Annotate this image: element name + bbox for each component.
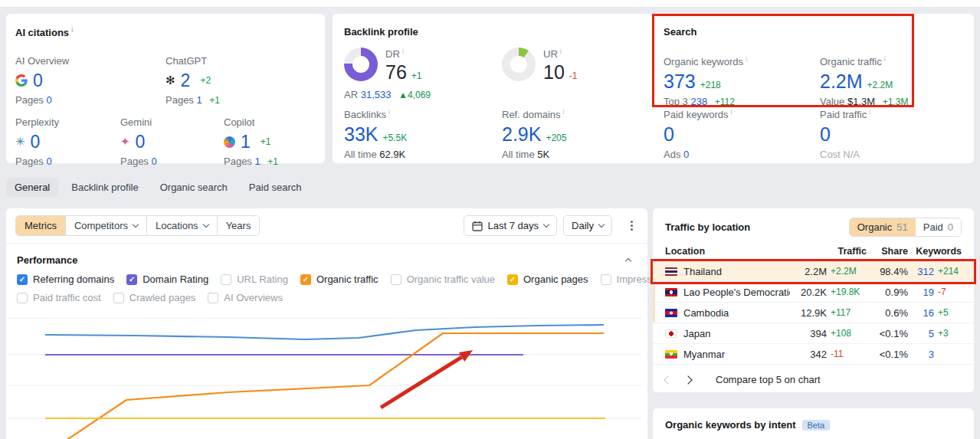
- tab-general[interactable]: General: [6, 178, 58, 197]
- next-page-button[interactable]: [683, 375, 692, 384]
- date-range-dropdown[interactable]: Last 7 days: [464, 215, 558, 236]
- copilot-icon: [224, 136, 235, 148]
- checkbox-icon: [208, 293, 218, 303]
- backlinks-value[interactable]: 33K: [344, 123, 378, 145]
- organic-toggle[interactable]: Organic51: [850, 218, 916, 236]
- tab-paid-search[interactable]: Paid search: [241, 178, 310, 197]
- metric-checkbox-organic-traffic[interactable]: Organic traffic: [300, 274, 379, 285]
- paid-toggle[interactable]: Paid0: [916, 218, 961, 236]
- ref-domains-value[interactable]: 2.9K: [502, 123, 541, 145]
- keywords-value[interactable]: 312: [908, 266, 934, 277]
- organic-traffic-block: Organic traffic 2.2M+2.2M Value $1.3M +1…: [820, 55, 973, 107]
- checkbox-icon: [391, 274, 402, 285]
- ads-value[interactable]: 0: [683, 149, 689, 160]
- locations-dropdown[interactable]: Locations: [147, 216, 218, 235]
- checkbox-icon: [300, 274, 311, 285]
- location-column-header[interactable]: Location: [665, 246, 790, 257]
- paid-keywords-block: Paid keywords 0 Ads 0: [664, 108, 817, 160]
- traffic-column-header[interactable]: Traffic: [790, 246, 867, 257]
- chevron-down-icon: [543, 221, 549, 228]
- location-row-thailand[interactable]: Thailand 2.2M +2.2M 98.4% 312 +214: [653, 261, 974, 282]
- date-range-value: Last 7 days: [488, 220, 539, 231]
- share-value: <0.1%: [867, 328, 908, 339]
- metric-checkbox-organic-pages[interactable]: Organic pages: [507, 274, 588, 285]
- pages-count[interactable]: 0: [47, 94, 52, 106]
- organic-traffic-value[interactable]: 2.2M: [820, 70, 863, 92]
- gemini-block: Gemini ✦ 0 Pages 0: [120, 116, 220, 167]
- paid-keywords-label: Paid keywords: [664, 108, 817, 120]
- traffic-by-location-panel: Traffic by location Organic51 Paid0 Loca…: [653, 208, 974, 392]
- keywords-value[interactable]: 3: [908, 349, 934, 360]
- perplexity-block: Perplexity ✳ 0 Pages 0: [15, 116, 115, 167]
- metric-checkbox-organic-traffic-value[interactable]: Organic traffic value: [391, 274, 495, 285]
- pages-label: Pages: [224, 156, 252, 167]
- keywords-column-header[interactable]: Keywords: [908, 246, 962, 257]
- tab-organic-search[interactable]: Organic search: [152, 178, 236, 197]
- metric-checkbox-crawled-pages[interactable]: Crawled pages: [113, 292, 196, 303]
- flag-icon-myanmar: [665, 350, 677, 359]
- keywords-value[interactable]: 5: [908, 328, 934, 339]
- ref-domains-delta: +205: [546, 133, 566, 143]
- pages-label: Pages: [166, 94, 194, 106]
- metrics-button[interactable]: Metrics: [16, 216, 66, 235]
- location-row-laos[interactable]: Lao People's Democratic Reput 20.2K +19.…: [653, 282, 974, 303]
- backlinks-alltime: 62.9K: [379, 149, 405, 160]
- location-row-myanmar[interactable]: Myanmar 342 -11 <0.1% 3: [653, 344, 974, 365]
- checkbox-icon: [601, 274, 611, 285]
- paid-traffic-label: Paid traffic: [820, 108, 973, 120]
- domain-rating-block: DR 76+1: [344, 48, 422, 83]
- backlink-profile-title: Backlink profile: [344, 26, 418, 38]
- cost-label: Cost: [820, 149, 841, 160]
- paid-traffic-value[interactable]: 0: [820, 123, 831, 145]
- tab-backlink-profile[interactable]: Backlink profile: [63, 178, 146, 197]
- performance-chart[interactable]: [6, 303, 647, 439]
- ai-overview-label: AI Overview: [15, 55, 115, 67]
- organic-paid-toggle: Organic51 Paid0: [849, 218, 962, 237]
- filter-button-group: Metrics Competitors Locations Years: [15, 215, 260, 236]
- keywords-delta: +214: [934, 266, 962, 277]
- keywords-by-intent-title: Organic keywords by intent: [665, 419, 796, 431]
- compare-top5-link[interactable]: Compare top 5 on chart: [716, 374, 821, 385]
- checkbox-icon: [113, 293, 124, 303]
- granularity-dropdown[interactable]: Daily: [563, 215, 612, 236]
- google-icon: [15, 74, 28, 87]
- organic-keywords-value[interactable]: 373: [664, 70, 696, 92]
- gemini-count: 0: [136, 132, 146, 152]
- performance-panel: Metrics Competitors Locations Years Last…: [6, 208, 647, 439]
- flag-icon-thailand: [665, 267, 677, 276]
- prev-page-button[interactable]: [664, 375, 672, 384]
- ar-value[interactable]: 31,533: [361, 89, 392, 100]
- competitors-dropdown[interactable]: Competitors: [66, 216, 147, 235]
- top3-value[interactable]: 238: [690, 96, 707, 107]
- keywords-value[interactable]: 16: [908, 307, 934, 319]
- metric-checkbox-ai-overviews[interactable]: AI Overviews: [208, 292, 283, 303]
- traffic-by-location-title: Traffic by location: [665, 221, 750, 233]
- ur-value: 10: [543, 61, 565, 83]
- location-name: Japan: [683, 328, 710, 339]
- traffic-delta: +117: [827, 307, 867, 318]
- years-button[interactable]: Years: [218, 216, 260, 235]
- collapse-section-icon[interactable]: [625, 258, 631, 264]
- chevron-down-icon: [133, 221, 139, 228]
- keywords-value[interactable]: 19: [908, 287, 934, 298]
- pages-label: Pages: [120, 156, 149, 167]
- gemini-icon: ✦: [120, 136, 130, 148]
- metric-checkbox-paid-traffic-cost[interactable]: Paid traffic cost: [17, 292, 101, 303]
- pages-count[interactable]: 1: [197, 94, 202, 106]
- paid-keywords-value[interactable]: 0: [664, 123, 674, 145]
- pages-count[interactable]: 0: [152, 156, 157, 167]
- location-row-japan[interactable]: Japan 394 +108 <0.1% 5 +3: [653, 323, 974, 344]
- pages-count[interactable]: 1: [255, 156, 261, 167]
- share-column-header[interactable]: Share: [867, 246, 908, 257]
- chatgpt-label: ChatGPT: [166, 55, 265, 67]
- more-options-button[interactable]: [624, 219, 638, 232]
- metric-checkbox-referring-domains[interactable]: Referring domains: [17, 274, 114, 285]
- dr-delta: +1: [411, 70, 422, 81]
- location-row-cambodia[interactable]: Cambodia 12.9K +117 0.6% 16 +5: [653, 303, 974, 323]
- value-label: Value: [820, 96, 844, 107]
- metric-checkbox-url-rating[interactable]: URL Rating: [221, 274, 288, 285]
- metric-checkbox-domain-rating[interactable]: Domain Rating: [126, 274, 208, 285]
- location-name: Cambodia: [683, 307, 729, 319]
- dr-value: 76: [385, 61, 407, 83]
- pages-count[interactable]: 0: [47, 156, 52, 167]
